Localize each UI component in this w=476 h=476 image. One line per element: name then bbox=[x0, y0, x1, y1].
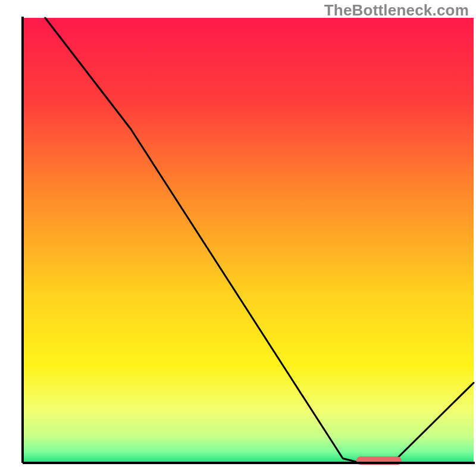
watermark-text: TheBottleneck.com bbox=[324, 1, 469, 20]
bottleneck-chart bbox=[0, 0, 476, 476]
chart-container: TheBottleneck.com bbox=[0, 0, 476, 476]
plot-background bbox=[23, 18, 474, 463]
